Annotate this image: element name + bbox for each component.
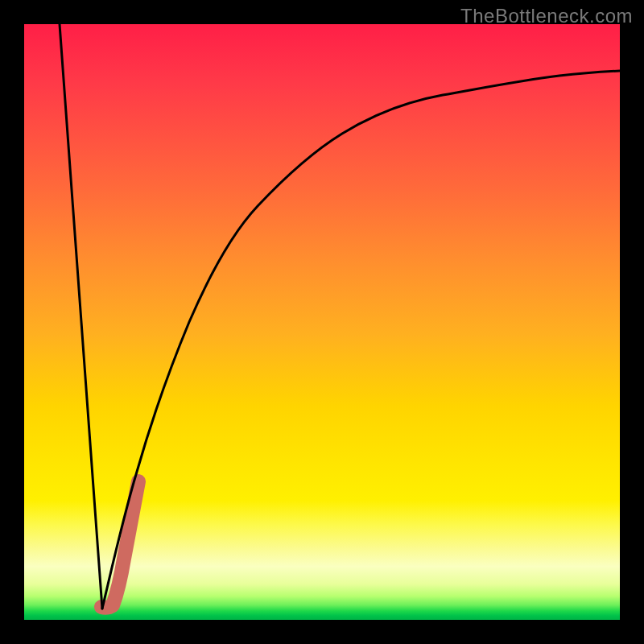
plot-area <box>24 24 620 620</box>
outer-frame: TheBottleneck.com <box>0 0 644 644</box>
credit-text: TheBottleneck.com <box>460 5 633 27</box>
right-curve <box>102 71 620 609</box>
curve-layer <box>24 24 620 620</box>
left-descent <box>60 24 102 609</box>
